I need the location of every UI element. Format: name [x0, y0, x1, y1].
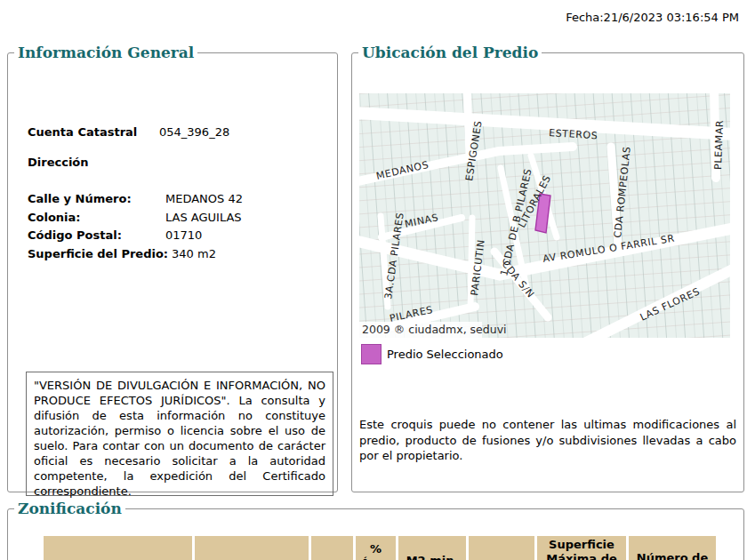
- location-panel: Ubicación del Predio: [351, 44, 744, 492]
- legal-disclaimer: "VERSIÓN DE DIVULGACIÓN E INFORMACIÓN, N…: [26, 372, 333, 496]
- map-attribution: 2009 ® ciudadmx, seduvi: [362, 323, 507, 336]
- cuenta-catastral-label: Cuenta Catastral: [28, 125, 159, 139]
- direccion-heading: Dirección: [28, 156, 89, 169]
- superficie-value: 340 m2: [172, 247, 216, 260]
- selected-parcel-swatch: [361, 344, 382, 364]
- superficie-label: Superficie del Predio:: [28, 247, 168, 260]
- col-header-superficie-maxima: Superficie Máxima de Construcción: [537, 536, 626, 560]
- street-label-pleamar: PLEAMAR: [712, 120, 726, 171]
- general-info-panel: Información General Cuenta Catastral054_…: [7, 44, 338, 492]
- croquis-note: Este croquis puede no contener las ultim…: [359, 417, 736, 464]
- col-header-niveles: Niveles:: [195, 536, 309, 560]
- codigo-postal-row: Código Postal:01710: [28, 228, 202, 242]
- colonia-label: Colonia:: [28, 211, 165, 224]
- cadastral-map[interactable]: ESTEROS MEDANOS ESPIGONES PLEAMAR CDA RO…: [359, 93, 730, 338]
- calle-numero-row: Calle y Número:MEDANOS 42: [28, 192, 243, 205]
- col-header-m2-min-vivienda: M2 min. Vivienda:: [398, 536, 466, 560]
- selected-parcel-legend-label: Predio Seleccionado: [387, 348, 503, 361]
- col-header-uso-del-suelo: Uso del Suelo 1:: [44, 536, 192, 560]
- col-header-densidad: Densidad: [469, 536, 534, 560]
- codigo-postal-value: 01710: [165, 228, 202, 242]
- col-header-pct-area: % Área: [356, 536, 396, 560]
- cuenta-catastral-row: Cuenta Catastral054_396_28: [28, 125, 229, 139]
- col-header-numero-viviendas: Número de Viviendas: [629, 536, 716, 560]
- location-title: Ubicación del Predio: [358, 44, 542, 61]
- col-header-altura: Altura:: [311, 536, 353, 560]
- general-info-title: Información General: [14, 44, 197, 61]
- map-canvas[interactable]: ESTEROS MEDANOS ESPIGONES PLEAMAR CDA RO…: [359, 93, 730, 338]
- map-legend: Predio Seleccionado: [361, 344, 503, 364]
- cuenta-catastral-value: 054_396_28: [159, 125, 229, 139]
- zoning-table-header-row: Uso del Suelo 1: Niveles: Altura: % Área…: [44, 536, 716, 560]
- colonia-row: Colonia:LAS AGUILAS: [28, 211, 242, 224]
- calle-numero-label: Calle y Número:: [28, 192, 165, 205]
- colonia-value: LAS AGUILAS: [165, 211, 242, 224]
- report-date: Fecha:21/6/2023 03:16:54 PM: [566, 11, 739, 24]
- codigo-postal-label: Código Postal:: [28, 228, 165, 242]
- zoning-panel: Zonificación Uso del Suelo 1: Niveles: A…: [7, 500, 744, 560]
- calle-numero-value: MEDANOS 42: [165, 192, 243, 205]
- superficie-row: Superficie del Predio:340 m2: [28, 247, 216, 260]
- zoning-title: Zonificación: [14, 500, 125, 517]
